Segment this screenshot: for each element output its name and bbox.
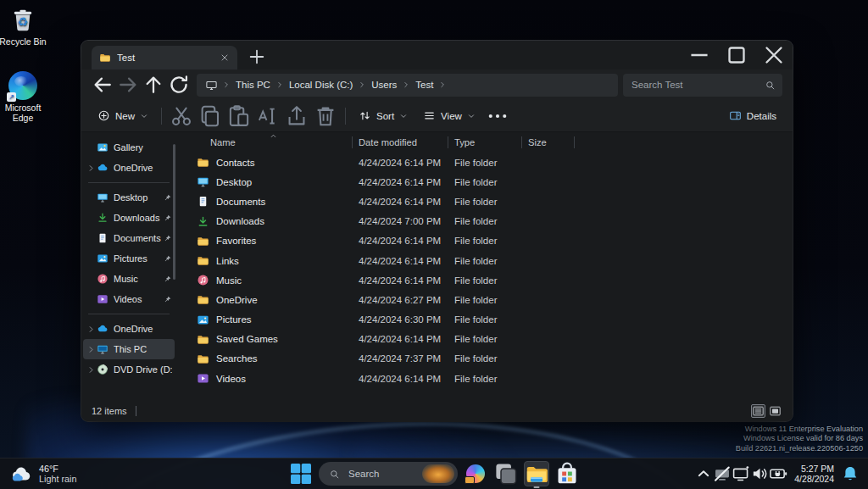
sidebar-item-gallery[interactable]: Gallery — [83, 137, 175, 158]
search-icon[interactable] — [765, 80, 776, 91]
close-button[interactable] — [755, 41, 793, 69]
music-icon — [97, 273, 108, 285]
desktop-icon-recycle-bin[interactable]: ♻ Recycle Bin — [0, 5, 50, 47]
explorer-search-box[interactable] — [623, 74, 782, 97]
breadcrumb-chevron-icon[interactable] — [438, 81, 447, 89]
taskbar-clock[interactable]: 5:27 PM 4/28/2024 — [794, 464, 834, 484]
breadcrumb-chevron-icon[interactable] — [402, 81, 410, 89]
pin-icon — [163, 193, 172, 203]
file-row-desktop[interactable]: Desktop4/24/2024 6:14 PMFile folder — [189, 172, 793, 192]
explorer-search-input[interactable] — [630, 79, 765, 91]
breadcrumb-chevron-icon[interactable] — [358, 81, 366, 89]
sidebar-item-pictures[interactable]: Pictures — [83, 248, 175, 269]
file-row-favorites[interactable]: Favorites4/24/2024 6:14 PMFile folder — [189, 231, 793, 251]
paste-button[interactable] — [225, 103, 253, 129]
sidebar-item-this-pc[interactable]: This PC — [83, 339, 175, 359]
search-highlight-image[interactable] — [422, 464, 454, 483]
start-button[interactable] — [288, 461, 314, 486]
sidebar-item-music[interactable]: Music — [83, 269, 175, 289]
column-resize-handle[interactable] — [574, 136, 575, 148]
sidebar-item-onedrive[interactable]: OneDrive — [83, 158, 175, 178]
taskbar-search[interactable] — [319, 462, 458, 486]
forward-button[interactable] — [115, 73, 141, 97]
file-row-videos[interactable]: Videos4/24/2024 6:14 PMFile folder — [189, 369, 793, 388]
chevron-down-icon — [399, 112, 408, 120]
sidebar-separator — [88, 182, 170, 183]
file-explorer-button[interactable] — [524, 461, 549, 486]
new-button[interactable]: New — [90, 103, 156, 129]
tab-close-icon[interactable] — [220, 53, 230, 63]
weather-widget[interactable]: 46°F Light rain — [0, 463, 86, 485]
new-tab-button[interactable] — [246, 46, 268, 68]
taskbar-search-input[interactable] — [347, 468, 415, 480]
task-view-button[interactable] — [493, 461, 519, 486]
column-header-name[interactable]: Name — [189, 132, 353, 153]
address-breadcrumb-bar[interactable]: This PCLocal Disk (C:)UsersTest — [197, 74, 618, 97]
breadcrumb-item-users[interactable]: Users — [367, 78, 401, 92]
file-row-saved-games[interactable]: Saved Games4/24/2024 6:14 PMFile folder — [189, 330, 793, 349]
column-header-type[interactable]: Type — [448, 132, 522, 153]
sidebar-item-dvd-drive-d-c[interactable]: DVD Drive (D:) C — [83, 359, 175, 380]
cut-button[interactable] — [167, 103, 196, 129]
breadcrumb-item-local-disk-c[interactable]: Local Disk (C:) — [285, 78, 357, 92]
up-button[interactable] — [141, 73, 166, 97]
new-plus-icon — [97, 109, 110, 122]
file-row-music[interactable]: Music4/24/2024 6:14 PMFile folder — [189, 270, 793, 290]
details-view-toggle[interactable] — [751, 404, 765, 418]
chevron-right-icon[interactable] — [86, 325, 96, 334]
file-date: 4/24/2024 6:14 PM — [353, 197, 448, 207]
share-button[interactable] — [282, 103, 311, 129]
back-button[interactable] — [90, 73, 115, 97]
sidebar-scrollbar[interactable] — [173, 144, 175, 280]
refresh-button[interactable] — [166, 73, 192, 97]
details-pane-button[interactable]: Details — [721, 103, 784, 129]
file-list: NameDate modifiedTypeSize Contacts4/24/2… — [176, 132, 793, 401]
file-row-pictures[interactable]: Pictures4/24/2024 6:30 PMFile folder — [189, 310, 793, 330]
desktop-icon — [97, 192, 108, 203]
maximize-button[interactable] — [718, 41, 755, 69]
chevron-right-icon[interactable] — [86, 365, 96, 375]
tab-test[interactable]: Test — [92, 46, 237, 69]
sort-button[interactable]: Sort — [351, 103, 415, 129]
sidebar-item-videos[interactable]: Videos — [83, 289, 175, 309]
search-icon — [329, 469, 340, 480]
minimize-button[interactable] — [681, 41, 718, 69]
chevron-right-icon[interactable] — [86, 164, 96, 173]
rename-button[interactable] — [253, 103, 282, 129]
battery-icon[interactable] — [769, 462, 787, 486]
sidebar-item-downloads[interactable]: Downloads — [83, 208, 175, 228]
more-options-button[interactable] — [483, 103, 512, 129]
breadcrumb-chevron-icon[interactable] — [275, 81, 284, 89]
file-row-contacts[interactable]: Contacts4/24/2024 6:14 PMFile folder — [189, 153, 793, 172]
column-header-label: Name — [210, 137, 236, 147]
notification-bell-icon[interactable] — [841, 462, 860, 486]
copilot-button[interactable] — [463, 461, 488, 486]
sidebar-item-documents[interactable]: Documents — [83, 228, 175, 248]
file-row-onedrive[interactable]: OneDrive4/24/2024 6:27 PMFile folder — [189, 290, 793, 309]
microsoft-store-button[interactable] — [554, 461, 580, 486]
breadcrumb-chevron-icon[interactable] — [222, 81, 231, 89]
column-header-size[interactable]: Size — [522, 132, 575, 153]
hidden-icons-chevron[interactable] — [694, 462, 713, 486]
tab-title: Test — [117, 53, 214, 63]
file-row-documents[interactable]: Documents4/24/2024 6:14 PMFile folder — [189, 192, 793, 211]
file-row-downloads[interactable]: Downloads4/24/2024 7:00 PMFile folder — [189, 212, 793, 231]
view-button[interactable]: View — [415, 103, 483, 129]
copy-button[interactable] — [196, 103, 225, 129]
chevron-right-icon[interactable] — [86, 345, 96, 354]
sidebar-item-onedrive[interactable]: OneDrive — [83, 319, 175, 339]
network-disconnected-icon[interactable] — [713, 462, 732, 486]
desktop-icon-microsoft-edge[interactable]: Microsoft Edge — [0, 71, 50, 123]
remote-display-icon[interactable] — [732, 462, 750, 486]
file-row-searches[interactable]: Searches4/24/2024 7:37 PMFile folder — [189, 349, 793, 369]
breadcrumb-item-this-pc[interactable]: This PC — [231, 78, 275, 92]
pictures-icon — [97, 253, 108, 264]
videos-icon — [97, 293, 108, 305]
sidebar-item-desktop[interactable]: Desktop — [83, 187, 175, 208]
breadcrumb-item-test[interactable]: Test — [411, 78, 437, 92]
column-header-date-modified[interactable]: Date modified — [353, 132, 448, 153]
volume-icon[interactable] — [750, 462, 769, 486]
icons-view-toggle[interactable] — [768, 404, 782, 418]
file-row-links[interactable]: Links4/24/2024 6:14 PMFile folder — [189, 251, 793, 270]
delete-button[interactable] — [311, 103, 340, 129]
